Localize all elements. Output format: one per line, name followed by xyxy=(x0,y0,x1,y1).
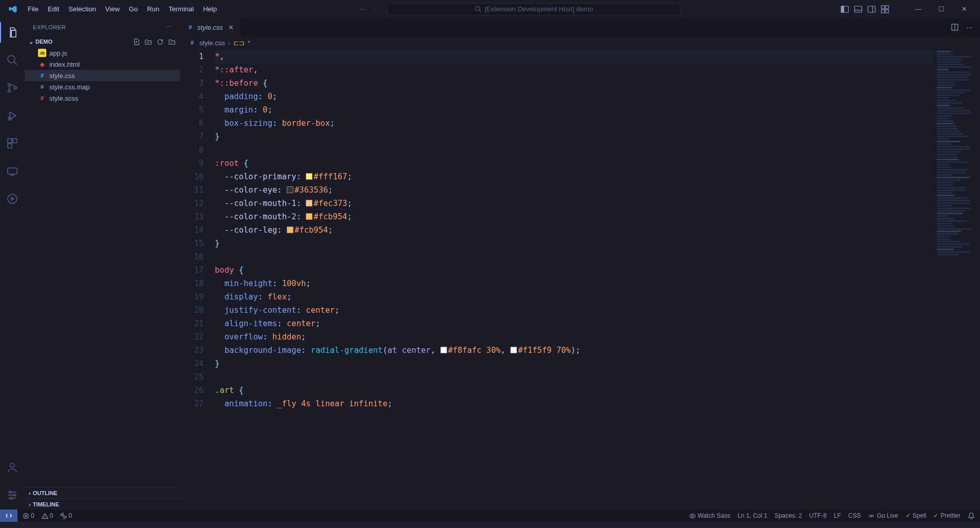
split-editor-icon[interactable] xyxy=(951,23,959,31)
status-warnings[interactable]: 0 xyxy=(42,512,53,519)
status-spaces[interactable]: Spaces: 2 xyxy=(774,512,802,519)
activity-account[interactable] xyxy=(0,457,25,478)
activity-bar xyxy=(0,18,25,510)
svg-point-24 xyxy=(10,497,12,499)
minimap[interactable] xyxy=(935,49,980,510)
menu-view[interactable]: View xyxy=(101,3,124,15)
file-label: index.html xyxy=(49,61,80,68)
menu-terminal[interactable]: Terminal xyxy=(164,3,198,15)
file-item-style-scss[interactable]: #style.scss xyxy=(25,92,180,104)
js-file-icon: JS xyxy=(38,49,46,57)
nav-arrows: ← → xyxy=(360,5,377,13)
status-errors[interactable]: 0 xyxy=(23,512,34,519)
folder-header[interactable]: ⌄ DEMO xyxy=(25,36,180,47)
svg-point-11 xyxy=(8,55,15,63)
activity-run-debug[interactable] xyxy=(0,105,25,126)
svg-rect-17 xyxy=(13,139,17,143)
activity-remote[interactable] xyxy=(0,161,25,181)
file-item-index-html[interactable]: ◈index.html xyxy=(25,59,180,70)
status-prettier[interactable]: ✓Prettier xyxy=(933,512,960,519)
menu-help[interactable]: Help xyxy=(199,3,221,15)
status-eol[interactable]: LF xyxy=(834,512,841,519)
status-language[interactable]: CSS xyxy=(848,512,861,519)
outline-section[interactable]: › OUTLINE xyxy=(25,487,180,498)
svg-rect-10 xyxy=(885,10,889,13)
nav-forward-icon[interactable]: → xyxy=(371,5,377,13)
minimize-button[interactable]: — xyxy=(907,5,930,13)
menu-go[interactable]: Go xyxy=(125,3,142,15)
status-notifications-icon[interactable] xyxy=(968,512,975,519)
explorer-sidebar: EXPLORER ⋯ ⌄ DEMO JSapp.js◈index.html#st… xyxy=(25,18,180,510)
customize-layout-icon[interactable] xyxy=(881,5,889,13)
svg-point-0 xyxy=(476,7,480,11)
file-item-app-js[interactable]: JSapp.js xyxy=(25,47,180,59)
activity-source-control[interactable] xyxy=(0,78,25,98)
menu-run[interactable]: Run xyxy=(143,3,163,15)
menu-bar: File Edit Selection View Go Run Terminal… xyxy=(24,3,221,15)
new-file-icon[interactable] xyxy=(133,38,140,46)
file-label: style.css.map xyxy=(49,83,90,91)
svg-rect-8 xyxy=(885,6,889,9)
explorer-more-icon[interactable]: ⋯ xyxy=(166,24,172,30)
status-ports[interactable]: 0 xyxy=(60,512,72,519)
svg-rect-9 xyxy=(881,10,884,13)
status-golive[interactable]: Go Live xyxy=(868,512,898,519)
refresh-icon[interactable] xyxy=(156,38,164,46)
line-gutter: 1234567891011121314151617181920212223242… xyxy=(180,49,215,510)
scss-file-icon: # xyxy=(38,94,46,102)
svg-rect-3 xyxy=(855,6,862,12)
activity-settings[interactable] xyxy=(0,485,25,505)
maximize-button[interactable]: ☐ xyxy=(930,5,953,13)
toggle-panel-icon[interactable] xyxy=(854,5,862,13)
editor-more-icon[interactable]: ⋯ xyxy=(966,24,973,31)
menu-file[interactable]: File xyxy=(24,3,43,15)
remote-button[interactable] xyxy=(0,510,17,522)
svg-rect-2 xyxy=(841,6,844,12)
file-tree: JSapp.js◈index.html#style.css#style.css.… xyxy=(25,47,180,104)
file-item-style-css-map[interactable]: #style.css.map xyxy=(25,81,180,92)
menu-selection[interactable]: Selection xyxy=(64,3,100,15)
collapse-icon[interactable] xyxy=(168,38,176,46)
toggle-primary-sidebar-icon[interactable] xyxy=(841,5,849,13)
activity-extensions[interactable] xyxy=(0,133,25,154)
toggle-secondary-sidebar-icon[interactable] xyxy=(867,5,876,13)
svg-point-12 xyxy=(8,84,11,86)
file-item-style-css[interactable]: #style.css xyxy=(25,70,180,81)
status-watch-sass[interactable]: Watch Sass xyxy=(689,512,731,519)
status-spell[interactable]: ✓Spell xyxy=(905,512,927,519)
css-file-icon: # xyxy=(188,39,196,47)
main: EXPLORER ⋯ ⌄ DEMO JSapp.js◈index.html#st… xyxy=(0,18,980,510)
close-button[interactable]: ✕ xyxy=(953,5,976,13)
svg-rect-7 xyxy=(881,6,884,9)
tab-close-icon[interactable]: ✕ xyxy=(228,24,234,31)
breadcrumb[interactable]: # style.css › ⊏⊐ * xyxy=(180,36,980,49)
status-left: 0 0 0 xyxy=(23,512,72,519)
svg-point-20 xyxy=(8,194,17,203)
tab-style-css[interactable]: # style.css ✕ xyxy=(180,18,241,36)
tab-actions: ⋯ xyxy=(951,18,980,36)
nav-back-icon[interactable]: ← xyxy=(360,5,366,13)
svg-point-23 xyxy=(13,494,15,496)
status-position[interactable]: Ln 1, Col 1 xyxy=(737,512,767,519)
code-area[interactable]: 1234567891011121314151617181920212223242… xyxy=(180,49,980,510)
activity-live-share[interactable] xyxy=(0,188,25,209)
command-center[interactable]: [Extension Development Host] demo xyxy=(387,3,680,15)
svg-rect-19 xyxy=(8,168,17,174)
titlebar-right: — ☐ ✕ xyxy=(841,5,976,13)
timeline-section[interactable]: › TIMELINE xyxy=(25,498,180,510)
activity-explorer[interactable] xyxy=(0,22,25,43)
new-folder-icon[interactable] xyxy=(144,38,152,46)
code-content[interactable]: *,*::after,*::before { padding: 0; margi… xyxy=(215,49,980,510)
chevron-down-icon: ⌄ xyxy=(29,39,33,45)
explorer-title: EXPLORER xyxy=(33,24,66,30)
file-label: app.js xyxy=(49,49,67,57)
brackets-icon: ⊏⊐ xyxy=(233,39,245,47)
titlebar: File Edit Selection View Go Run Terminal… xyxy=(0,0,980,18)
status-encoding[interactable]: UTF-8 xyxy=(809,512,827,519)
css-file-icon: # xyxy=(186,23,194,31)
vscode-icon xyxy=(8,5,17,14)
folder-name: DEMO xyxy=(35,39,52,45)
activity-search[interactable] xyxy=(0,50,25,70)
menu-edit[interactable]: Edit xyxy=(44,3,63,15)
statusbar: 0 0 0 Watch Sass Ln 1, Col 1 Spaces: 2 U… xyxy=(0,510,980,522)
